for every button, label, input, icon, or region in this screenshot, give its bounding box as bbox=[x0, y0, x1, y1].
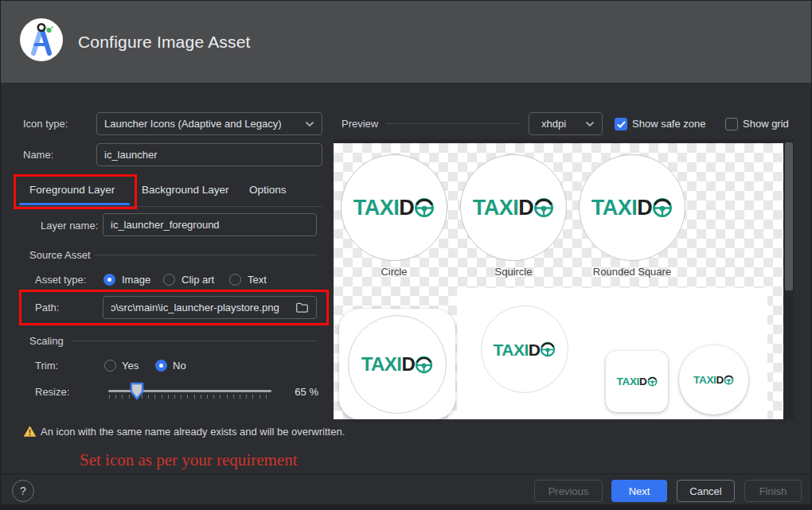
steering-wheel-icon bbox=[540, 341, 556, 357]
preview-fullbleed-circle: TAXID bbox=[348, 315, 447, 414]
taxido-logo: TAXID bbox=[361, 355, 434, 374]
trim-radio-yes[interactable] bbox=[104, 360, 116, 372]
taxido-logo: TAXID bbox=[353, 197, 435, 219]
scaling-group-title: Scaling bbox=[29, 335, 64, 347]
name-value: ic_launcher bbox=[104, 149, 314, 161]
show-safe-zone-label[interactable]: Show safe zone bbox=[632, 118, 706, 130]
dialog-header: Configure Image Asset bbox=[1, 1, 812, 83]
layer-name-label: Layer name: bbox=[41, 220, 98, 232]
steering-wheel-icon bbox=[647, 376, 658, 387]
preview-squircle-shape: TAXID bbox=[460, 154, 567, 261]
icon-type-dropdown[interactable]: Launcher Icons (Adaptive and Legacy) bbox=[96, 112, 322, 135]
dialog-title: Configure Image Asset bbox=[78, 33, 251, 52]
steering-wheel-icon bbox=[414, 197, 435, 218]
source-asset-divider bbox=[95, 255, 317, 255]
tab-background-layer[interactable]: Background Layer bbox=[142, 184, 229, 196]
preview-legacy-round: TAXID bbox=[679, 345, 748, 415]
steering-wheel-icon bbox=[724, 375, 734, 385]
trim-option-yes[interactable]: Yes bbox=[122, 360, 139, 372]
resize-label: Resize: bbox=[35, 386, 69, 398]
taxido-logo: TAXID bbox=[591, 197, 673, 219]
preview-viewport: TAXID TAXID TAXID Circle Squircle Rounde… bbox=[334, 139, 794, 419]
android-studio-logo-icon bbox=[18, 17, 64, 63]
layer-name-input[interactable]: ic_launcher_foreground bbox=[103, 213, 317, 236]
source-asset-group-title: Source Asset bbox=[29, 249, 91, 261]
window-bottom-edge bbox=[1, 504, 812, 510]
asset-type-option-text[interactable]: Text bbox=[248, 274, 267, 286]
preview-scrollbar[interactable] bbox=[785, 142, 793, 290]
preview-fullbleed-tile: TAXID bbox=[339, 309, 455, 419]
resize-value: 65 % bbox=[283, 386, 318, 398]
asset-type-option-clipart[interactable]: Clip art bbox=[182, 274, 214, 286]
tab-options[interactable]: Options bbox=[249, 184, 287, 196]
trim-option-no[interactable]: No bbox=[173, 360, 186, 372]
preview-label-rounded-square: Rounded Square bbox=[579, 266, 685, 278]
help-button[interactable]: ? bbox=[12, 480, 34, 502]
icon-type-value: Launcher Icons (Adaptive and Legacy) bbox=[104, 118, 305, 130]
resize-slider-thumb[interactable] bbox=[130, 382, 144, 400]
finish-button[interactable]: Finish bbox=[744, 480, 802, 502]
preview-circle-shape: TAXID bbox=[341, 154, 447, 261]
asset-type-radio-image[interactable] bbox=[103, 274, 115, 286]
previous-button[interactable]: Previous bbox=[534, 480, 603, 502]
asset-type-radio-clipart[interactable] bbox=[163, 274, 175, 286]
warning-icon bbox=[23, 425, 37, 438]
next-button[interactable]: Next bbox=[611, 480, 667, 502]
trim-label: Trim: bbox=[35, 360, 58, 372]
steering-wheel-icon bbox=[652, 197, 673, 218]
steering-wheel-icon bbox=[415, 356, 433, 374]
preview-title: Preview bbox=[342, 118, 378, 130]
taxido-logo: TAXID bbox=[494, 341, 556, 358]
preview-legacy-circle: TAXID bbox=[481, 306, 568, 393]
chevron-down-icon bbox=[585, 121, 595, 127]
checkmark-icon bbox=[617, 121, 626, 128]
icon-type-label: Icon type: bbox=[23, 118, 68, 130]
trim-radio-no[interactable] bbox=[155, 360, 167, 372]
footer-divider bbox=[1, 473, 812, 474]
configure-image-asset-dialog: Configure Image Asset Icon type: Launche… bbox=[0, 0, 812, 510]
layer-name-value: ic_launcher_foreground bbox=[111, 219, 309, 231]
preview-label-circle: Circle bbox=[341, 266, 447, 278]
name-input[interactable]: ic_launcher bbox=[96, 143, 322, 166]
taxido-logo: TAXID bbox=[473, 197, 555, 219]
preview-rounded-square-shape: TAXID bbox=[579, 154, 685, 261]
show-safe-zone-checkbox[interactable] bbox=[615, 118, 627, 130]
density-dropdown[interactable]: xhdpi bbox=[529, 112, 603, 135]
asset-type-label: Asset type: bbox=[35, 274, 86, 286]
asset-type-radio-text[interactable] bbox=[229, 274, 241, 286]
show-grid-checkbox[interactable] bbox=[725, 118, 738, 130]
steering-wheel-icon bbox=[533, 197, 554, 218]
show-grid-label[interactable]: Show grid bbox=[743, 118, 789, 130]
taxido-logo: TAXID bbox=[616, 376, 657, 387]
scaling-divider bbox=[72, 341, 317, 341]
transparency-checkerboard: TAXID TAXID TAXID Circle Squircle Rounde… bbox=[334, 143, 783, 419]
preview-divider bbox=[386, 123, 520, 124]
taxido-logo: TAXID bbox=[693, 375, 734, 386]
asset-type-option-image[interactable]: Image bbox=[122, 274, 150, 286]
annotation-red-box-foreground-tab bbox=[14, 174, 137, 209]
preview-label-squircle: Squircle bbox=[460, 266, 567, 278]
preview-legacy-square: TAXID bbox=[606, 351, 668, 412]
annotation-text: Set icon as per your requirement bbox=[80, 450, 298, 470]
annotation-red-box-path bbox=[19, 290, 329, 325]
chevron-down-icon bbox=[305, 121, 314, 127]
density-value: xhdpi bbox=[537, 118, 585, 130]
help-label: ? bbox=[20, 485, 26, 497]
warning-text: An icon with the same name already exist… bbox=[41, 426, 345, 438]
cancel-button[interactable]: Cancel bbox=[677, 480, 735, 502]
name-label: Name: bbox=[23, 149, 53, 161]
